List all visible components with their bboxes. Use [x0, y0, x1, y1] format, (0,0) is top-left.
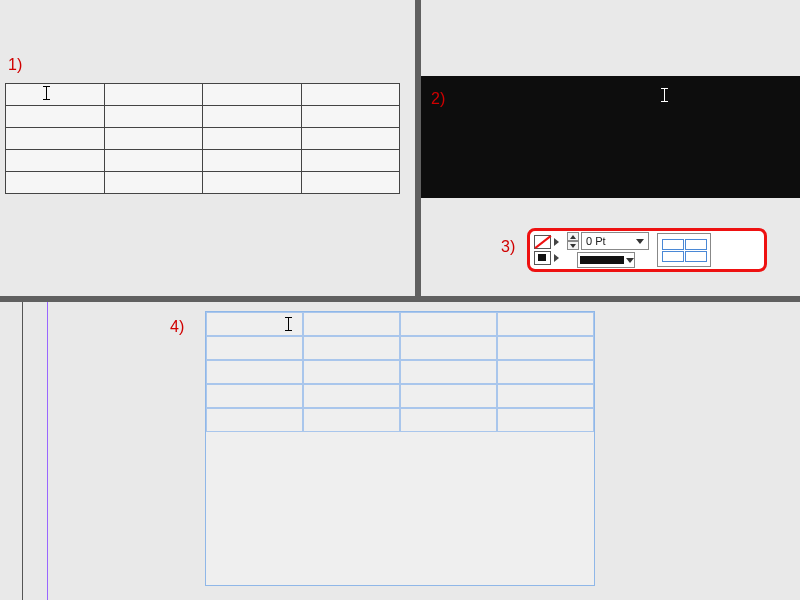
- table-cell[interactable]: [400, 312, 497, 336]
- table-cell[interactable]: [6, 172, 105, 194]
- table-cell[interactable]: [203, 84, 302, 106]
- border-cell[interactable]: [662, 239, 684, 250]
- border-selection-grid[interactable]: [657, 233, 711, 267]
- table-cell[interactable]: [301, 150, 400, 172]
- table-cell[interactable]: [104, 84, 203, 106]
- table-cell[interactable]: [497, 336, 594, 360]
- chevron-right-icon[interactable]: [554, 238, 559, 246]
- stroke-style-dropdown[interactable]: [577, 252, 635, 268]
- table-row: [6, 172, 400, 194]
- table-cell[interactable]: [303, 336, 400, 360]
- chevron-right-icon[interactable]: [554, 254, 559, 262]
- table-cell[interactable]: [203, 150, 302, 172]
- table-cell[interactable]: [400, 336, 497, 360]
- result-table-rows: [206, 312, 594, 432]
- stroke-preview-icon: [580, 256, 624, 264]
- table-row: [206, 408, 594, 432]
- spin-up-button[interactable]: [567, 232, 579, 241]
- border-cell[interactable]: [685, 251, 707, 262]
- toolbar-highlight: 0 Pt: [527, 228, 767, 272]
- table-cell[interactable]: [6, 106, 105, 128]
- table-cell[interactable]: [203, 106, 302, 128]
- vertical-divider: [415, 0, 421, 296]
- chevron-down-icon: [626, 258, 634, 263]
- table-cell[interactable]: [301, 84, 400, 106]
- table-cell[interactable]: [206, 336, 303, 360]
- empty-table-grid[interactable]: [5, 83, 400, 194]
- border-cell[interactable]: [685, 239, 707, 250]
- panel-bottom: 4): [0, 302, 800, 600]
- table-cell[interactable]: [301, 128, 400, 150]
- table-cell[interactable]: [301, 106, 400, 128]
- table-cell[interactable]: [104, 150, 203, 172]
- stroke-weight-value: 0 Pt: [586, 235, 606, 247]
- table-cell[interactable]: [400, 384, 497, 408]
- table-cell[interactable]: [497, 408, 594, 432]
- table-cell[interactable]: [206, 408, 303, 432]
- table-cell[interactable]: [206, 384, 303, 408]
- selected-table[interactable]: 2): [421, 76, 800, 198]
- table-cell[interactable]: [400, 408, 497, 432]
- stroke-black-swatch[interactable]: [534, 251, 551, 265]
- table-row: [206, 312, 594, 336]
- table-row: [6, 106, 400, 128]
- table-row: [6, 84, 400, 106]
- chevron-up-icon: [570, 235, 576, 239]
- table-cell[interactable]: [303, 384, 400, 408]
- table-row: [6, 150, 400, 172]
- table-cell[interactable]: [6, 128, 105, 150]
- table-cell[interactable]: [497, 312, 594, 336]
- table-cell[interactable]: [104, 128, 203, 150]
- result-table-frame[interactable]: [205, 311, 595, 586]
- table-cell[interactable]: [303, 312, 400, 336]
- table-row: [206, 384, 594, 408]
- step-label-2: 2): [431, 90, 445, 108]
- spin-down-button[interactable]: [567, 241, 579, 250]
- table-cell[interactable]: [104, 106, 203, 128]
- text-cursor-icon: [43, 86, 51, 100]
- page-edge-guide: [22, 302, 23, 600]
- table-cell[interactable]: [203, 128, 302, 150]
- table-cell[interactable]: [206, 360, 303, 384]
- border-cell[interactable]: [662, 251, 684, 262]
- table-cell[interactable]: [203, 172, 302, 194]
- text-cursor-icon: [285, 317, 293, 331]
- table-row: [206, 336, 594, 360]
- table-cell[interactable]: [497, 360, 594, 384]
- table-cell[interactable]: [497, 384, 594, 408]
- fill-stroke-swatches: [534, 235, 559, 265]
- step-label-4: 4): [170, 318, 184, 336]
- table-row: [206, 360, 594, 384]
- table-cell[interactable]: [400, 360, 497, 384]
- fill-none-swatch[interactable]: [534, 235, 551, 249]
- margin-guide: [47, 302, 48, 600]
- table-cell[interactable]: [206, 312, 303, 336]
- table-cell[interactable]: [6, 84, 105, 106]
- table-row: [6, 128, 400, 150]
- step-label-1: 1): [8, 56, 22, 74]
- chevron-down-icon: [636, 239, 644, 244]
- stroke-weight-field[interactable]: 0 Pt: [581, 232, 649, 250]
- step-label-3: 3): [501, 238, 515, 256]
- panel-top-left: 1): [0, 0, 415, 296]
- table-cell[interactable]: [303, 408, 400, 432]
- chevron-down-icon: [570, 244, 576, 248]
- table-cell[interactable]: [104, 172, 203, 194]
- panel-top-right: 2) 3) 0 Pt: [421, 0, 800, 296]
- table-cell[interactable]: [301, 172, 400, 194]
- table-cell[interactable]: [303, 360, 400, 384]
- text-cursor-icon: [661, 88, 669, 102]
- stroke-controls: 0 Pt: [563, 232, 649, 268]
- table-cell[interactable]: [6, 150, 105, 172]
- weight-spinner: [567, 232, 579, 250]
